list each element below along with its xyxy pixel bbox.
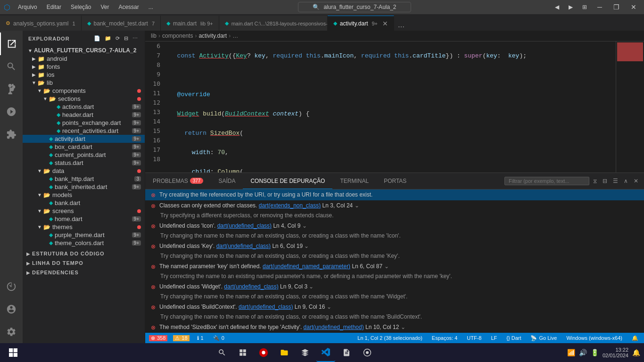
tree-recent-dart[interactable]: ◆ recent_activities.dart 9+ [23, 127, 145, 135]
status-encoding[interactable]: UTF-8 [465, 335, 483, 341]
problem-item[interactable]: ⊗ Try creating the file referenced by th… [145, 189, 644, 200]
tree-sections[interactable]: ▼ 📂 sections [23, 95, 145, 103]
status-go-live[interactable]: 📡 Go Live [528, 335, 559, 341]
close-btn[interactable]: ✕ [627, 1, 640, 13]
menu-acessar[interactable]: Acessar [115, 3, 142, 11]
panel-tab-output[interactable]: SAÍDA [211, 173, 243, 189]
list-icon[interactable]: ☰ [611, 177, 620, 185]
search-bar[interactable]: alura_flutter_curso_7-Aula_2 [323, 4, 396, 10]
restore-btn[interactable]: ❐ [610, 1, 623, 13]
tree-fonts[interactable]: ▶ 📁 fonts [23, 63, 145, 71]
sidebar-refresh-icon[interactable]: ⟳ [115, 34, 121, 42]
taskbar-clock[interactable]: 13:22 02/01/2024 [603, 347, 628, 358]
problem-item[interactable]: ⊗ The method 'SizedBox' isn't defined fo… [145, 322, 644, 333]
explorer-icon[interactable] [0, 33, 23, 55]
tab-activity[interactable]: ◆ activity.dart 9+ ✕ [328, 16, 394, 31]
tree-actions-dart[interactable]: ◆ actions.dart 9+ [23, 103, 145, 111]
start-button[interactable] [4, 343, 23, 362]
problem-item[interactable]: ⊗ Undefined class 'Icon'. dart(undefined… [145, 221, 644, 231]
tree-android[interactable]: ▶ 📁 android [23, 55, 145, 63]
tree-box-dart[interactable]: ◆ box_card.dart 9+ [23, 143, 145, 151]
menu-editar[interactable]: Editar [43, 3, 65, 11]
tree-components[interactable]: ▼ 📂 components [23, 87, 145, 95]
status-notifications[interactable]: 🔔 [630, 335, 640, 341]
problem-item[interactable]: ⊗ Undefined class 'Widget'. dart(undefin… [145, 281, 644, 292]
tab-main-lib[interactable]: ◆ main.dart lib 9+ [161, 16, 219, 31]
taskbar-notepad[interactable] [337, 343, 356, 362]
nav-forward-btn[interactable]: ▶ [566, 4, 576, 10]
status-position[interactable]: Ln 1, Col 2 (38 selecionado) [355, 335, 424, 341]
panel-filter-input[interactable] [504, 177, 589, 185]
problem-item[interactable]: ⊗ Undefined class 'BuildContext'. dart(u… [145, 302, 644, 313]
tree-theme-colors[interactable]: ◆ theme_colors.dart 9+ [23, 239, 145, 247]
tab-bank-model[interactable]: ◆ bank_model_test.dart 7 [82, 16, 161, 31]
sidebar-section-deps[interactable]: ▶ DEPENDENCIES [23, 268, 145, 277]
tree-purple-theme[interactable]: ◆ purple_theme.dart 9+ [23, 231, 145, 239]
menu-arquivo[interactable]: Arquivo [14, 3, 41, 11]
sidebar-new-folder-icon[interactable]: 📁 [104, 34, 113, 42]
status-info[interactable]: ℹ 1 [195, 335, 206, 341]
panel-tab-debug[interactable]: CONSOLE DE DEPURAÇÃO [243, 173, 332, 189]
tree-screens[interactable]: ▼ 📂 screens [23, 207, 145, 215]
tree-activity-dart[interactable]: ◆ activity.dart 9+ [23, 135, 145, 143]
tree-bank-dart[interactable]: ◆ bank.dart [23, 199, 145, 207]
tab-main-c[interactable]: ◆ main.dart C:\...\2818-layouts-responsi… [219, 16, 328, 31]
taskbar-battery-icon[interactable]: 🔋 [591, 349, 599, 356]
sidebar-section-estrutura[interactable]: ▶ ESTRUTURA DO CÓDIGO [23, 249, 145, 258]
sidebar-section-timeline[interactable]: ▶ LINHA DO TEMPO [23, 258, 145, 268]
problem-item[interactable]: ⊗ Undefined class 'Key'. dart(undefined_… [145, 241, 644, 252]
problem-item[interactable]: ⊗ The named parameter 'key' isn't define… [145, 261, 644, 272]
taskbar-search[interactable] [213, 343, 231, 362]
source-control-icon[interactable] [0, 78, 23, 100]
tree-home-dart[interactable]: ◆ home.dart 9+ [23, 215, 145, 223]
tree-points-dart[interactable]: ◆ points_exchange.dart 9+ [23, 119, 145, 127]
tree-data[interactable]: ▼ 📂 data [23, 167, 145, 175]
tree-status-dart[interactable]: ◆ status.dart 9+ [23, 159, 145, 167]
taskbar-mail[interactable] [296, 343, 314, 362]
taskbar-notification-btn[interactable]: 🔔 [632, 349, 640, 356]
sidebar-collapse-icon[interactable]: ⊟ [123, 34, 130, 42]
menu-ver[interactable]: Ver [97, 3, 113, 11]
taskbar-vscode[interactable] [316, 343, 335, 362]
taskbar-network-icon[interactable]: 📶 [567, 349, 575, 356]
menu-selecao[interactable]: Seleção [67, 3, 95, 11]
panel-tab-terminal[interactable]: TERMINAL [332, 173, 376, 189]
taskbar-widgets[interactable] [233, 343, 252, 362]
filter-icon[interactable]: ⧖ [591, 177, 599, 185]
status-warnings[interactable]: ⚠ 18 [173, 335, 189, 341]
search-icon[interactable] [0, 55, 23, 78]
panel-close-icon[interactable]: ✕ [632, 177, 640, 185]
tab-overflow-btn[interactable]: ⋯ [394, 23, 408, 31]
sidebar-more-icon[interactable]: ⋯ [132, 34, 139, 42]
taskbar-explorer[interactable] [275, 343, 294, 362]
extensions-icon[interactable] [0, 123, 23, 146]
tree-themes[interactable]: ▼ 📂 themes [23, 223, 145, 231]
taskbar-volume-icon[interactable]: 🔊 [579, 349, 587, 356]
taskbar-search-2[interactable] [358, 343, 377, 362]
breadcrumb-more[interactable]: … [232, 33, 238, 39]
status-platform[interactable]: Windows (windows-x64) [564, 335, 624, 341]
testing-icon[interactable] [0, 275, 23, 298]
tree-header-dart[interactable]: ◆ header.dart 9+ [23, 111, 145, 119]
tree-ios[interactable]: ▶ 📁 ios [23, 71, 145, 79]
panel-tab-ports[interactable]: PORTAS [376, 173, 414, 189]
tree-current-dart[interactable]: ◆ current_points.dart 9+ [23, 151, 145, 159]
nav-back-btn[interactable]: ◀ [552, 4, 562, 10]
breadcrumb-components[interactable]: components [162, 33, 193, 39]
taskbar-browser[interactable] [254, 343, 273, 362]
code-content[interactable]: const Activity({Key? key, required this.… [164, 41, 616, 173]
collapse-errors-icon[interactable]: ⊟ [601, 177, 609, 185]
tree-lib[interactable]: ▼ 📂 lib [23, 79, 145, 87]
menu-more[interactable]: ... [145, 3, 157, 11]
code-editor[interactable]: 6 7 8 9 10 11 12 13 14 15 16 17 18 const… [145, 41, 644, 173]
status-ports[interactable]: 🔌 0 [211, 335, 226, 341]
panel-expand-icon[interactable]: ∧ [622, 177, 630, 185]
status-errors[interactable]: ⊗ 358 [149, 335, 167, 341]
sidebar-new-file-icon[interactable]: 📄 [93, 34, 102, 42]
status-spaces[interactable]: Espaços: 4 [430, 335, 459, 341]
layout-btn[interactable]: ⊞ [579, 4, 590, 10]
tab-analysis[interactable]: ⚙ analysis_options.yaml 1 [0, 16, 82, 31]
settings-icon[interactable] [0, 321, 23, 343]
account-icon[interactable] [0, 298, 23, 321]
status-language[interactable]: {} Dart [504, 335, 523, 341]
